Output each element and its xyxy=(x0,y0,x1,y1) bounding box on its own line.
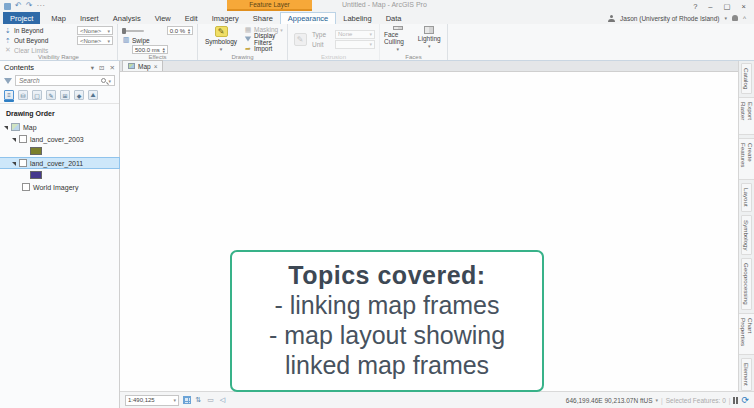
customize-toolbar-icon[interactable]: ⋯ xyxy=(36,1,44,11)
map-scale-combo[interactable]: 1:490,125 ▾ xyxy=(125,395,179,406)
layer-visibility-checkbox[interactable] xyxy=(22,183,30,191)
in-beyond-icon: ⇣ xyxy=(4,27,12,35)
restore-button[interactable]: ▢ xyxy=(724,2,731,11)
drawing-order-heading: Drawing Order xyxy=(0,104,119,121)
layer-label: land_cover_2003 xyxy=(30,136,84,143)
list-by-drawing-order-icon[interactable]: ≡ xyxy=(4,90,14,100)
tab-labeling[interactable]: Labeling xyxy=(336,12,378,24)
list-by-editing-icon[interactable]: ✎ xyxy=(46,90,56,100)
dock-tab-element[interactable]: Element xyxy=(741,358,752,391)
dock-tab-catalog[interactable]: Catalog xyxy=(741,63,752,94)
tab-share[interactable]: Share xyxy=(246,12,280,24)
list-by-snapping-icon[interactable]: ⊞ xyxy=(60,90,70,100)
tab-insert[interactable]: Insert xyxy=(73,12,106,24)
pane-close-icon[interactable]: ✕ xyxy=(110,64,115,72)
dock-tab-symbology[interactable]: Symbology xyxy=(741,215,752,256)
help-button[interactable]: ? xyxy=(693,2,697,11)
coords-options-caret-icon[interactable]: ▾ xyxy=(656,397,659,403)
redo-icon[interactable]: ↷ xyxy=(26,1,33,11)
extrusion-type-combo[interactable]: None▾ xyxy=(335,30,375,39)
account-name[interactable]: Jason (University of Rhode Island) xyxy=(620,15,719,22)
expand-collapse-icon[interactable] xyxy=(4,126,8,130)
cursor-coordinates[interactable]: 646,199.46E 90,213.07N ftUS xyxy=(566,397,653,404)
list-by-labeling-icon[interactable]: ◆ xyxy=(74,90,84,100)
filter-icon[interactable] xyxy=(4,78,12,84)
lighting-button[interactable]: Lighting ▾ xyxy=(416,26,444,52)
legend-swatch[interactable] xyxy=(30,171,42,179)
duration-spinner[interactable]: 500.0 ms ▲▼ xyxy=(132,45,168,54)
dock-tab-chart-properties[interactable]: Chart Properties xyxy=(738,313,754,356)
lighting-icon xyxy=(424,26,434,34)
list-by-data-source-icon[interactable]: ⛁ xyxy=(18,90,28,100)
ribbon-tab-row: Project Map Insert Analysis View Edit Im… xyxy=(0,12,754,24)
transparency-slider[interactable] xyxy=(122,30,144,32)
group-label-extrusion: Extrusion xyxy=(288,54,379,60)
search-options-caret-icon[interactable]: ▾ xyxy=(108,78,111,84)
pause-drawing-icon[interactable] xyxy=(733,397,738,404)
dock-tab-export-raster[interactable]: Export Raster xyxy=(738,97,754,134)
extrusion-unit-combo[interactable]: ▾ xyxy=(335,40,375,49)
account-caret-icon[interactable]: ▾ xyxy=(724,15,727,21)
extrusion-type-row: Type None▾ xyxy=(312,30,375,39)
symbology-button[interactable]: ✎ Symbology ▾ xyxy=(202,26,240,52)
minimize-button[interactable]: – xyxy=(708,2,712,11)
search-icon[interactable] xyxy=(101,78,106,83)
display-filters-row: Display Filters xyxy=(244,35,283,44)
tab-map[interactable]: Map xyxy=(44,12,73,24)
close-button[interactable]: × xyxy=(742,2,746,11)
map-canvas[interactable]: Topics covered: - linking map frames - m… xyxy=(120,72,738,391)
contents-pane: Contents ▾ ⊡ ✕ ▾ ≡ ⛁ ▢ ✎ xyxy=(0,61,120,408)
face-culling-button[interactable]: Face Culling ▾ xyxy=(384,26,412,52)
extent-icon[interactable]: ▭ xyxy=(206,396,215,405)
group-label-faces: Faces xyxy=(380,54,447,60)
in-beyond-combo[interactable]: <None>▾ xyxy=(77,26,113,35)
search-input[interactable] xyxy=(19,77,99,84)
extrusion-type-label: Type xyxy=(312,31,326,38)
pane-float-icon[interactable]: ⊡ xyxy=(99,64,104,72)
tree-item-land-cover-2003[interactable]: land_cover_2003 xyxy=(0,134,119,144)
legend-swatch[interactable] xyxy=(30,147,42,155)
group-extrusion: ✎ Type None▾ Unit ▾ Extrusion xyxy=(288,24,380,60)
out-beyond-label[interactable]: Out Beyond xyxy=(14,37,48,44)
tab-project[interactable]: Project xyxy=(3,12,40,24)
pane-menu-icon[interactable]: ▾ xyxy=(91,64,94,72)
layer-visibility-checkbox[interactable] xyxy=(19,135,27,143)
import-button[interactable]: Import xyxy=(254,45,272,52)
layer-visibility-checkbox[interactable] xyxy=(19,159,27,167)
tree-item-map[interactable]: Map xyxy=(0,122,119,132)
dock-tab-create-features[interactable]: Create Features xyxy=(738,138,754,180)
tree-item-land-cover-2011[interactable]: land_cover_2011 xyxy=(0,158,119,168)
duration-row: 500.0 ms ▲▼ xyxy=(122,45,193,54)
tab-view[interactable]: View xyxy=(148,12,178,24)
tab-analysis[interactable]: Analysis xyxy=(106,12,148,24)
layer-label: World Imagery xyxy=(33,184,78,191)
tab-imagery[interactable]: Imagery xyxy=(205,12,246,24)
list-by-perspective-icon[interactable]: ⛰ xyxy=(88,90,98,100)
list-by-selection-icon[interactable]: ▢ xyxy=(32,90,42,100)
contextual-tab-group-feature-layer[interactable]: Feature Layer xyxy=(227,0,312,11)
undo-icon[interactable]: ↶ xyxy=(15,1,22,11)
collapse-ribbon-icon[interactable]: ^ xyxy=(743,15,746,22)
out-beyond-combo[interactable]: <None>▾ xyxy=(77,36,113,45)
dock-tab-layout[interactable]: Layout xyxy=(741,183,752,212)
right-dock-tab-strip: Catalog Export Raster Create Features La… xyxy=(738,61,754,391)
tab-edit[interactable]: Edit xyxy=(178,12,205,24)
tab-appearance[interactable]: Appearance xyxy=(280,12,336,24)
expand-collapse-icon[interactable] xyxy=(12,162,16,166)
expand-collapse-icon[interactable] xyxy=(12,138,16,142)
announcement-icon[interactable]: ◁ xyxy=(218,396,227,405)
in-beyond-label[interactable]: In Beyond xyxy=(14,27,43,34)
layer-order-icon[interactable]: ⇅ xyxy=(194,396,203,405)
close-view-icon[interactable]: × xyxy=(154,63,158,70)
transparency-spinner[interactable]: 0.0 % ▲▼ xyxy=(167,26,193,35)
save-icon[interactable] xyxy=(4,3,11,10)
tab-data[interactable]: Data xyxy=(379,12,409,24)
dock-tab-geoprocessing[interactable]: Geoprocessing xyxy=(741,258,752,310)
snapping-grid-icon[interactable] xyxy=(182,396,191,405)
map-view-tab[interactable]: Map × xyxy=(122,60,163,71)
notifications-icon[interactable] xyxy=(732,15,738,21)
swipe-button[interactable]: Swipe xyxy=(132,37,150,44)
refresh-icon[interactable]: ⟳ xyxy=(741,396,749,405)
tree-item-world-imagery[interactable]: World Imagery xyxy=(0,182,119,192)
clear-limits-button[interactable]: Clear Limits xyxy=(14,47,48,54)
